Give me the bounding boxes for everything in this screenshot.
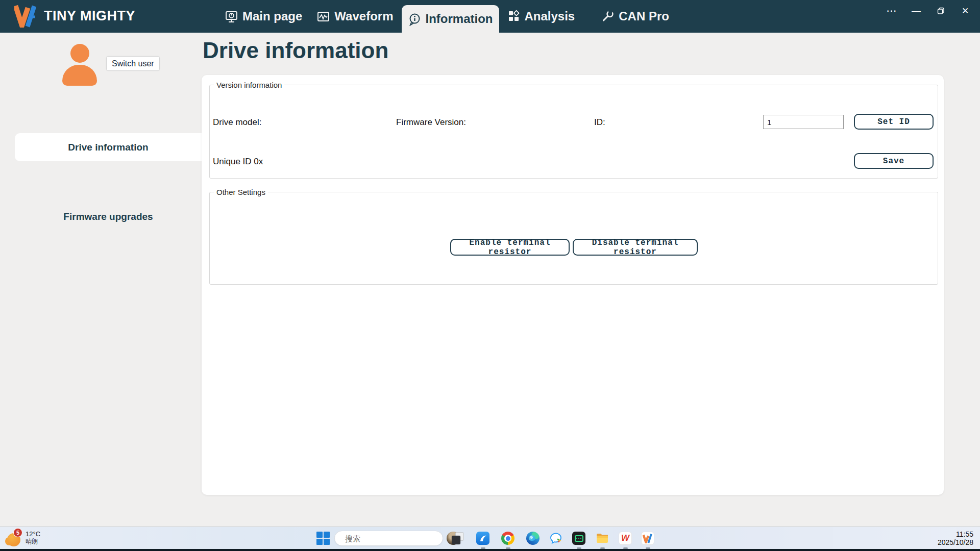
app-brand: TINY MIGHTY	[14, 4, 135, 28]
tab-information[interactable]: Information	[402, 5, 499, 33]
task-view-button[interactable]	[451, 532, 464, 545]
app-window: TINY MIGHTY Main page Waveform	[0, 0, 980, 551]
folder-icon	[596, 532, 609, 545]
waveform-icon	[316, 10, 330, 23]
main-nav: Main page Waveform Information	[218, 0, 675, 33]
version-group-title: Version information	[214, 81, 284, 89]
tab-analysis[interactable]: Analysis	[501, 0, 581, 33]
titlebar: TINY MIGHTY Main page Waveform	[0, 0, 980, 33]
content-card: Version information Drive model: Firmwar…	[202, 75, 944, 495]
terminal-app-icon[interactable]	[572, 532, 585, 545]
edge-icon[interactable]	[526, 532, 540, 545]
start-icon	[316, 532, 323, 538]
tab-waveform[interactable]: Waveform	[310, 0, 399, 33]
firmware-version-label: Firmware Version:	[396, 117, 466, 128]
tab-label: Waveform	[334, 9, 393, 23]
tab-label: CAN Pro	[619, 9, 669, 23]
id-spinner	[763, 115, 844, 129]
sidebar-item-drive-information[interactable]: Drive information	[15, 133, 202, 161]
taskbar: 5 12°C 晴朗	[0, 527, 980, 549]
brand-title: TINY MIGHTY	[44, 8, 135, 24]
user-avatar	[62, 44, 97, 86]
messenger-app-icon[interactable]	[476, 532, 489, 545]
tiny-mighty-app-icon[interactable]	[641, 532, 654, 545]
tiny-mighty-mini-logo-icon	[643, 533, 653, 543]
main-content: Drive information Version information Dr…	[202, 33, 980, 527]
tab-main-page[interactable]: Main page	[218, 0, 308, 33]
version-information-group: Version information Drive model: Firmwar…	[209, 81, 938, 179]
file-explorer-icon[interactable]	[596, 532, 609, 545]
taskbar-search[interactable]	[334, 531, 443, 546]
chat-app-icon[interactable]	[549, 532, 562, 545]
weather-condition: 晴朗	[26, 538, 40, 545]
other-settings-group: Other Settings Enable terminal resistor …	[209, 188, 938, 285]
taskbar-clock[interactable]: 11:55 2025/10/28	[938, 530, 973, 546]
monitor-icon	[225, 10, 238, 23]
wps-office-icon[interactable]: W	[619, 532, 632, 545]
switch-user-button[interactable]: Switch user	[106, 56, 160, 71]
tab-label: Information	[426, 12, 493, 26]
window-minimize-button[interactable]: —	[909, 3, 924, 18]
clock-time: 11:55	[938, 530, 973, 538]
avatar-body	[62, 65, 97, 86]
tiny-mighty-logo-icon	[14, 4, 38, 28]
chat-bubble-icon	[549, 532, 562, 545]
clock-date: 2025/10/28	[938, 538, 973, 546]
screen-bottom-edge	[0, 549, 980, 551]
window-close-button[interactable]: ✕	[958, 3, 973, 18]
tab-label: Main page	[242, 9, 302, 23]
weather-widget[interactable]: 5 12°C 晴朗	[4, 529, 40, 546]
start-button[interactable]	[316, 532, 330, 545]
analysis-icon	[507, 10, 521, 23]
save-button[interactable]: Save	[854, 153, 934, 169]
unique-id-label: Unique ID 0x	[213, 157, 263, 167]
set-id-button[interactable]: Set ID	[854, 114, 934, 130]
enable-terminal-resistor-button[interactable]: Enable terminal resistor	[450, 239, 570, 256]
page-title: Drive information	[203, 38, 388, 63]
tab-label: Analysis	[525, 9, 575, 23]
chrome-icon[interactable]	[501, 532, 514, 545]
wrench-icon	[601, 10, 615, 23]
notification-badge: 5	[13, 528, 22, 537]
window-restore-button[interactable]	[933, 3, 948, 18]
avatar-head	[70, 44, 89, 63]
other-group-title: Other Settings	[214, 188, 268, 196]
restore-icon	[937, 7, 945, 15]
terminal-screen-icon	[575, 535, 583, 542]
window-controls: ⋯ — ✕	[884, 0, 973, 21]
tab-can-pro[interactable]: CAN Pro	[595, 0, 675, 33]
id-label: ID:	[594, 117, 605, 128]
window-more-button[interactable]: ⋯	[884, 3, 899, 18]
sidebar-item-firmware-upgrades[interactable]: Firmware upgrades	[15, 204, 202, 230]
id-input[interactable]	[764, 115, 869, 129]
drive-model-label: Drive model:	[213, 117, 261, 128]
search-input[interactable]	[345, 534, 447, 543]
sidebar: Switch user Drive information Firmware u…	[0, 33, 202, 527]
weather-temperature: 12°C	[26, 530, 40, 538]
weather-sun-icon: 5	[4, 529, 21, 546]
bird-glyph-icon	[476, 532, 489, 545]
info-icon	[408, 12, 422, 26]
disable-terminal-resistor-button[interactable]: Disable terminal resistor	[573, 239, 698, 256]
